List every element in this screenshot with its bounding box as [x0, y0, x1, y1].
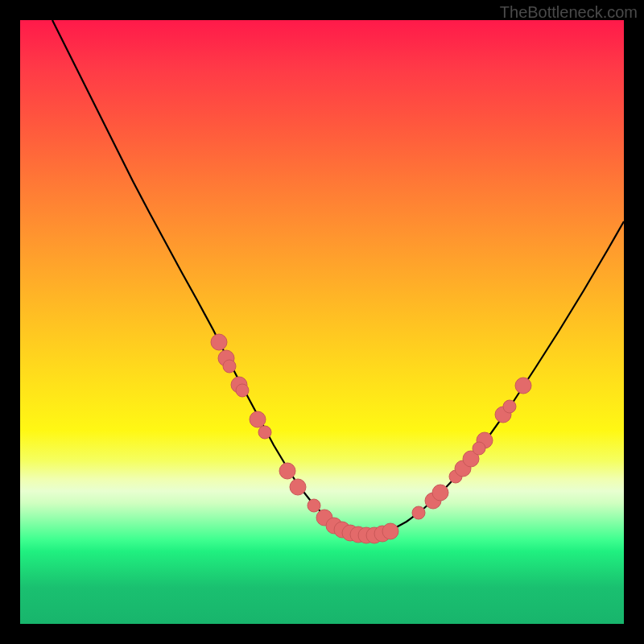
watermark-text: TheBottleneck.com: [500, 3, 638, 22]
data-dot: [432, 485, 448, 501]
data-dot: [515, 378, 531, 394]
data-dot: [412, 506, 425, 519]
data-dot: [473, 442, 485, 455]
data-dot: [308, 499, 320, 512]
data-dot: [382, 523, 398, 539]
data-dot: [211, 334, 227, 350]
data-dot: [279, 463, 295, 479]
data-dot: [290, 479, 306, 495]
data-dot: [236, 384, 249, 397]
data-dot: [258, 426, 271, 439]
data-dot: [250, 411, 266, 427]
data-dot: [503, 400, 516, 413]
v-curve: [52, 20, 624, 535]
data-dot: [223, 360, 236, 373]
bottleneck-chart: [20, 20, 624, 624]
data-dots: [211, 334, 531, 543]
